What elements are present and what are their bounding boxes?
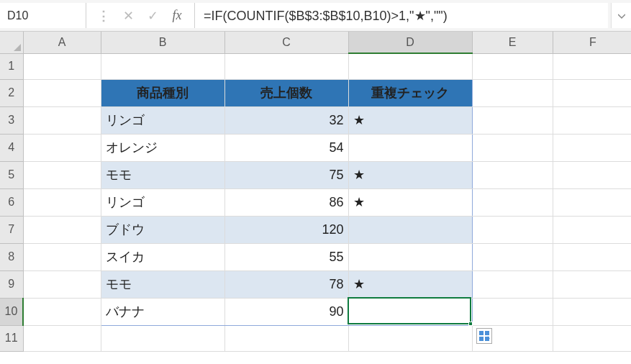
cell-d9[interactable]: ★ <box>348 270 472 298</box>
fx-button[interactable]: fx <box>170 8 184 23</box>
cell-d3[interactable]: ★ <box>348 106 472 134</box>
formula-input[interactable] <box>195 3 608 28</box>
row-9: 9 モモ 78 ★ <box>0 270 631 298</box>
cell-e6[interactable] <box>472 188 553 216</box>
cell-a2[interactable] <box>23 79 101 106</box>
col-head-d[interactable]: D <box>348 32 472 53</box>
cell-f8[interactable] <box>553 243 631 270</box>
cell-a10[interactable] <box>23 298 101 325</box>
col-head-c[interactable]: C <box>224 32 348 53</box>
row-7: 7 ブドウ 120 <box>0 216 631 243</box>
cell-a6[interactable] <box>23 188 101 216</box>
cell-e8[interactable] <box>472 243 553 270</box>
formula-bar-buttons: ⋮ ✕ ✓ fx <box>86 3 195 28</box>
cell-a5[interactable] <box>23 161 101 188</box>
row-3: 3 リンゴ 32 ★ <box>0 106 631 134</box>
cell-f11[interactable] <box>553 325 631 351</box>
cell-c1[interactable] <box>224 53 348 79</box>
cell-c9[interactable]: 78 <box>224 270 348 298</box>
row-head-5[interactable]: 5 <box>0 161 23 188</box>
row-head-9[interactable]: 9 <box>0 270 23 298</box>
autofill-options-icon[interactable]: + <box>476 328 492 344</box>
cell-e9[interactable] <box>472 270 553 298</box>
cell-d4[interactable] <box>348 134 472 161</box>
cell-a3[interactable] <box>23 106 101 134</box>
cell-c3[interactable]: 32 <box>224 106 348 134</box>
cell-c4[interactable]: 54 <box>224 134 348 161</box>
cell-b8[interactable]: スイカ <box>101 243 224 270</box>
col-head-e[interactable]: E <box>472 32 553 53</box>
col-head-b[interactable]: B <box>101 32 224 53</box>
cell-e4[interactable] <box>472 134 553 161</box>
cell-c10[interactable]: 90 <box>224 298 348 325</box>
col-head-a[interactable]: A <box>23 32 101 53</box>
cell-a11[interactable] <box>23 325 101 351</box>
row-head-2[interactable]: 2 <box>0 79 23 106</box>
cell-d11[interactable] <box>348 325 472 351</box>
cell-d7[interactable] <box>348 216 472 243</box>
cell-e10[interactable] <box>472 298 553 325</box>
cell-f9[interactable] <box>553 270 631 298</box>
cell-d2[interactable]: 重複チェック <box>348 79 472 106</box>
col-head-f[interactable]: F <box>553 32 631 53</box>
cell-b4[interactable]: オレンジ <box>101 134 224 161</box>
row-head-1[interactable]: 1 <box>0 53 23 79</box>
cell-d10[interactable] <box>348 298 472 325</box>
cell-c2[interactable]: 売上個数 <box>224 79 348 106</box>
cell-a8[interactable] <box>23 243 101 270</box>
cell-a7[interactable] <box>23 216 101 243</box>
select-all-corner[interactable] <box>0 32 23 53</box>
cell-b10[interactable]: バナナ <box>101 298 224 325</box>
cell-f10[interactable] <box>553 298 631 325</box>
cell-c6[interactable]: 86 <box>224 188 348 216</box>
formula-bar-expand-icon[interactable] <box>611 3 631 28</box>
cell-d6[interactable]: ★ <box>348 188 472 216</box>
cell-e1[interactable] <box>472 53 553 79</box>
cell-a9[interactable] <box>23 270 101 298</box>
cell-f4[interactable] <box>553 134 631 161</box>
worksheet[interactable]: A B C D E F 1 2 商品種別 売上個数 重複チェック 3 リンゴ 3… <box>0 32 631 364</box>
cell-c7[interactable]: 120 <box>224 216 348 243</box>
cell-b2[interactable]: 商品種別 <box>101 79 224 106</box>
cell-d1[interactable] <box>348 53 472 79</box>
cell-e3[interactable] <box>472 106 553 134</box>
cell-e5[interactable] <box>472 161 553 188</box>
row-4: 4 オレンジ 54 <box>0 134 631 161</box>
cell-f6[interactable] <box>553 188 631 216</box>
name-box-container <box>0 3 86 28</box>
row-head-7[interactable]: 7 <box>0 216 23 243</box>
cell-a4[interactable] <box>23 134 101 161</box>
cell-a1[interactable] <box>23 53 101 79</box>
formula-cancel-button: ✕ <box>121 8 135 24</box>
cell-e7[interactable] <box>472 216 553 243</box>
cell-f2[interactable] <box>553 79 631 106</box>
row-head-10[interactable]: 10 <box>0 298 23 325</box>
cell-b9[interactable]: モモ <box>101 270 224 298</box>
cell-f3[interactable] <box>553 106 631 134</box>
cell-e2[interactable] <box>472 79 553 106</box>
cell-b6[interactable]: リンゴ <box>101 188 224 216</box>
cell-f1[interactable] <box>553 53 631 79</box>
cell-c8[interactable]: 55 <box>224 243 348 270</box>
cell-b5[interactable]: モモ <box>101 161 224 188</box>
row-head-11[interactable]: 11 <box>0 325 23 351</box>
row-5: 5 モモ 75 ★ <box>0 161 631 188</box>
cell-b1[interactable] <box>101 53 224 79</box>
cell-b11[interactable] <box>101 325 224 351</box>
cell-c11[interactable] <box>224 325 348 351</box>
formula-enter-button: ✓ <box>145 8 160 24</box>
row-1: 1 <box>0 53 631 79</box>
row-head-8[interactable]: 8 <box>0 243 23 270</box>
cell-f5[interactable] <box>553 161 631 188</box>
row-10: 10 バナナ 90 <box>0 298 631 325</box>
cell-d8[interactable] <box>348 243 472 270</box>
cell-c5[interactable]: 75 <box>224 161 348 188</box>
row-head-3[interactable]: 3 <box>0 106 23 134</box>
cell-f7[interactable] <box>553 216 631 243</box>
row-head-4[interactable]: 4 <box>0 134 23 161</box>
row-head-6[interactable]: 6 <box>0 188 23 216</box>
cell-d5[interactable]: ★ <box>348 161 472 188</box>
cell-b3[interactable]: リンゴ <box>101 106 224 134</box>
row-11: 11 <box>0 325 631 351</box>
cell-b7[interactable]: ブドウ <box>101 216 224 243</box>
